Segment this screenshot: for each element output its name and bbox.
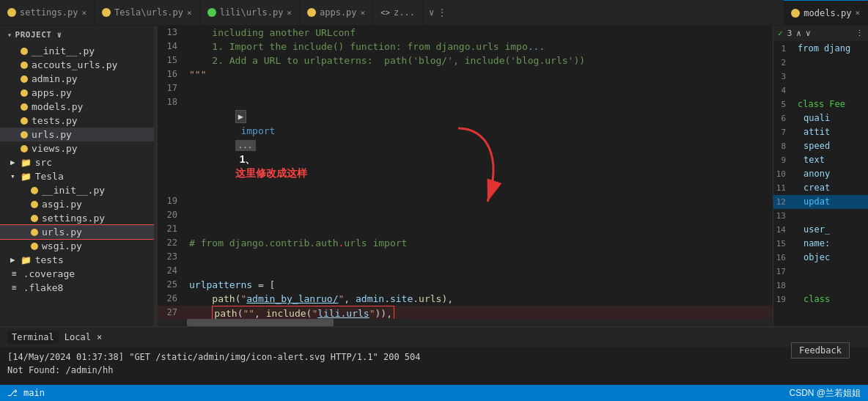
file-icon-asgi (31, 201, 38, 208)
sidebar-item-apps[interactable]: apps.py (0, 86, 154, 100)
close-tesla-urls-tab[interactable]: × (187, 8, 192, 18)
sidebar-label-tesla: Tesla (35, 171, 64, 182)
right-num-9: 9 (773, 153, 792, 167)
line-num-14: 14 (158, 40, 183, 54)
sidebar-item-flake8[interactable]: ≡ .flake8 (0, 281, 154, 295)
tab-icon-tesla-urls (102, 8, 111, 17)
tab-icon-settings (7, 8, 16, 17)
file-icon-settings (31, 215, 38, 222)
sidebar-label-views: views.py (32, 143, 78, 154)
import-ellipsis: ... (235, 140, 256, 151)
right-line-1: 1 from djang (773, 42, 868, 56)
sidebar-item-tesla-init[interactable]: __init__.py (0, 183, 154, 197)
file-icon-views (21, 145, 28, 152)
right-num-12: 12 (773, 195, 792, 209)
tab-apps-py[interactable]: apps.py × (300, 0, 373, 26)
tab-overflow-menu[interactable]: ∨ ⋮ (423, 7, 452, 18)
right-num-2: 2 (773, 56, 792, 70)
terminal-tab[interactable]: Terminal (7, 331, 59, 344)
sidebar: ▾ Project ∨ __init__.py accouts_urls.py … (0, 26, 154, 326)
sidebar-label-tesla-urls: urls.py (42, 227, 82, 238)
sidebar-item-tesla[interactable]: ▾ 📁 Tesla (0, 169, 154, 183)
right-num-14: 14 (773, 223, 792, 237)
terminal-label: Terminal (12, 332, 54, 342)
tab-label-settings: settings.py (20, 7, 78, 18)
main-content: ▾ Project ∨ __init__.py accouts_urls.py … (0, 26, 868, 326)
sidebar-item-wsgi[interactable]: wsgi.py (0, 239, 154, 253)
tab-lili-urls[interactable]: lili\urls.py × (200, 0, 300, 26)
sidebar-item-tests-folder[interactable]: ▶ 📁 tests (0, 253, 154, 267)
right-line-12: 12 updat (773, 195, 868, 209)
sidebar-item-admin[interactable]: admin.py (0, 72, 154, 86)
close-lili-urls-tab[interactable]: × (287, 8, 292, 18)
tab-label-apps: apps.py (320, 7, 357, 18)
sidebar-item-tesla-urls[interactable]: urls.py (0, 225, 154, 239)
chevron-down-icon: ∨ (429, 7, 434, 18)
sidebar-label-flake8: .flake8 (23, 282, 64, 293)
sidebar-item-models[interactable]: models.py (0, 100, 154, 114)
code-icon: <> (380, 8, 390, 17)
chevron-right-icon: ▾ (7, 31, 12, 39)
sidebar-label-coverage: .coverage (23, 268, 75, 279)
right-num-5: 5 (773, 98, 792, 111)
line-num-13: 13 (158, 26, 183, 40)
right-content-10: anony (792, 167, 868, 181)
sidebar-project-label: Project ∨ (15, 30, 62, 40)
right-content-6: quali (792, 111, 868, 125)
line-num-27: 27 (158, 306, 183, 320)
sidebar-item-views[interactable]: views.py (0, 141, 154, 155)
tab-tesla-urls[interactable]: Tesla\urls.py × (95, 0, 200, 26)
sidebar-label-urls: urls.py (32, 129, 72, 140)
sidebar-item-accouts-urls[interactable]: accouts_urls.py (0, 58, 154, 72)
sidebar-label-admin: admin.py (32, 73, 78, 84)
code-line-18: 18 ▶ import ... 1、 这里修改成这样 (158, 95, 773, 194)
sidebar-item-init-py[interactable]: __init__.py (0, 44, 154, 58)
sidebar-item-asgi[interactable]: asgi.py (0, 197, 154, 211)
sidebar-item-urls[interactable]: urls.py (0, 128, 154, 141)
right-num-15: 15 (773, 237, 792, 251)
tab-models-py[interactable]: models.py × (784, 0, 868, 26)
code-line-14: 14 1. Import the include() function: fro… (158, 40, 773, 54)
sidebar-item-tests[interactable]: tests.py (0, 114, 154, 128)
close-apps-tab[interactable]: × (361, 8, 366, 18)
right-num-17: 17 (773, 265, 792, 279)
right-num-10: 10 (773, 167, 792, 181)
sidebar-item-coverage[interactable]: ≡ .coverage (0, 267, 154, 281)
tab-z-more[interactable]: <> z... (373, 0, 423, 26)
right-num-13: 13 (773, 209, 792, 223)
file-icon-tests (21, 117, 28, 125)
chevron-right-icon-tests: ▶ (10, 255, 15, 265)
line-num-15: 15 (158, 54, 183, 67)
sidebar-label-settings: settings.py (42, 213, 105, 224)
code-line-24: 24 (158, 264, 773, 278)
more-tabs-icon: ⋮ (438, 7, 446, 18)
sidebar-item-src[interactable]: ▶ 📁 src (0, 155, 154, 169)
code-line-22: 22 # from django.contrib.auth.urls impor… (158, 236, 773, 250)
sidebar-item-settings[interactable]: settings.py (0, 211, 154, 225)
terminal-text-2: Not Found: /admin/hh (7, 365, 114, 375)
chevron-down-icon-check: ∨ (806, 29, 811, 38)
scroll-thumb[interactable] (187, 319, 334, 326)
right-content-15: name: (792, 237, 868, 251)
close-terminal-tab[interactable]: × (97, 332, 102, 342)
sidebar-label-src: src (35, 157, 52, 168)
models-check-count: 3 (787, 29, 792, 38)
tab-settings-py[interactable]: settings.py × (0, 0, 95, 26)
right-num-4: 4 (773, 84, 792, 98)
terminal-line-1: [14/May/2024 01:37:38] "GET /static/admi… (7, 350, 861, 364)
right-line-7: 7 attit (773, 125, 868, 139)
right-num-1: 1 (773, 42, 792, 56)
right-line-15: 15 name: (773, 237, 868, 251)
terminal-local-label: Local (65, 332, 91, 342)
line-num-19: 19 (158, 194, 183, 208)
close-models-tab[interactable]: × (855, 8, 860, 18)
horizontal-scrollbar[interactable] (158, 319, 773, 326)
sidebar-label-wsgi: wsgi.py (42, 240, 82, 251)
right-num-11: 11 (773, 181, 792, 195)
right-content-16: objec (792, 251, 868, 265)
right-line-5: 5 class Fee (773, 98, 868, 111)
close-settings-tab[interactable]: × (81, 8, 87, 18)
file-icon-tesla-urls (31, 229, 38, 236)
file-icon-urls (21, 131, 28, 139)
code-editor[interactable]: 13 including another URLconf 14 1. Impor… (158, 26, 773, 326)
